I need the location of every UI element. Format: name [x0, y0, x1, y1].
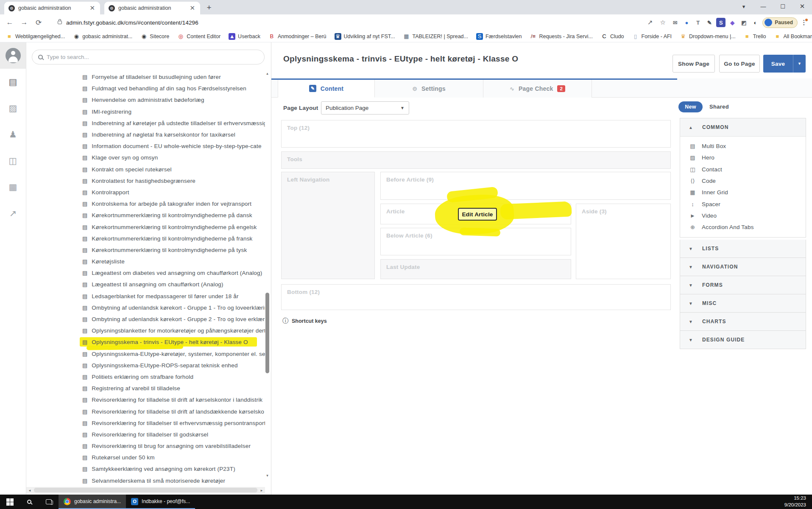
save-label[interactable]: Save [763, 55, 793, 73]
maximize-button[interactable]: ☐ [773, 3, 792, 10]
scrollbar-thumb[interactable] [34, 488, 257, 492]
list-item[interactable]: Kontrolattest for hastighedsbegrænsere [26, 175, 265, 187]
component-item[interactable]: ▨ Hero [680, 152, 806, 163]
bookmark[interactable]: ▦ TABLEIZER! | Spread... [403, 33, 468, 40]
users-icon[interactable]: ♟ [0, 121, 26, 148]
zone-left-navigation[interactable]: Left Navigation [281, 172, 375, 279]
browser-tab-2[interactable]: ◍ gobasic administration ✕ [104, 2, 200, 14]
list-item[interactable]: Politiets erklæring om strafbare forhold [26, 371, 265, 383]
taskbar-search-button[interactable] [20, 495, 39, 509]
back-icon[interactable]: ← [3, 18, 17, 27]
scroll-up-icon[interactable]: ▴ [265, 71, 270, 77]
list-item[interactable]: Revisorerklæring for tilladelse til drif… [26, 394, 265, 406]
bookmark[interactable]: ▯ Forside - AFI [632, 33, 672, 40]
component-item[interactable]: ⟨⟩ Code [680, 175, 806, 187]
tab-page-check[interactable]: ∿ Page Check 2 [483, 80, 592, 98]
extension-icon[interactable]: S [716, 18, 725, 27]
new-toggle-button[interactable]: New [678, 101, 703, 112]
list-item[interactable]: Køretøjsliste [26, 256, 265, 267]
shortcut-keys[interactable]: ⓘ Shortcut keys [282, 317, 327, 325]
zone-tools[interactable]: Tools [281, 151, 671, 169]
bookmark[interactable]: ■ All Bookmarks [774, 33, 812, 40]
scrollbar-thumb[interactable] [265, 293, 269, 373]
bookmark[interactable]: ♛ Dropdown-menu |... [680, 33, 736, 40]
forward-icon[interactable]: → [17, 18, 31, 27]
go-to-page-button[interactable]: Go to Page [719, 55, 760, 73]
tables-icon[interactable]: ▦ [0, 174, 26, 200]
section-header[interactable]: ▼ FORMS [680, 276, 806, 294]
list-item[interactable]: Fuldmagt ved behandling af din sag hos F… [26, 83, 265, 94]
list-item[interactable]: Kørekortnummererklæring til kontrolmyndi… [26, 210, 265, 221]
list-item[interactable]: IMI-registrering [26, 106, 265, 117]
list-item[interactable]: Kørekortnummererklæring til kontrolmyndi… [26, 221, 265, 232]
horizontal-scrollbar[interactable]: ◂ ▸ [26, 487, 265, 493]
share-icon[interactable]: ↗ [645, 19, 655, 26]
zone-last-update[interactable]: Last Update [380, 259, 571, 279]
bookmark[interactable]: ◉ Sitecore [140, 33, 169, 40]
component-item[interactable]: ▤ Multi Box [680, 140, 806, 152]
component-item[interactable]: ► Video [680, 210, 806, 221]
section-header[interactable]: ▼ MISC [680, 294, 806, 313]
lock-icon[interactable] [58, 21, 62, 24]
section-header[interactable]: ▼ DESIGN GUIDE [680, 331, 806, 349]
section-header[interactable]: ▼ NAVIGATION [680, 258, 806, 276]
tab-search-chevron-icon[interactable]: ▾ [734, 3, 753, 10]
task-view-button[interactable] [39, 495, 59, 509]
zone-top[interactable]: Top (12) [281, 120, 671, 148]
tab-content[interactable]: ✎ Content [278, 80, 375, 98]
browser-tab-1[interactable]: ◍ gobasic administration ✕ [4, 2, 100, 14]
taskbar-app-chrome[interactable]: gobasic administra... [59, 495, 126, 509]
search-input[interactable] [47, 54, 258, 60]
scroll-right-icon[interactable]: ▸ [258, 488, 265, 492]
bookmark[interactable]: ♛ Udvikling af nyt FST... [335, 33, 395, 40]
extension-icon[interactable]: ◩ [739, 18, 748, 27]
bookmark[interactable]: B Anmodninger – Berú [268, 33, 326, 40]
extension-icon[interactable]: ◆ [728, 18, 737, 27]
zone-aside[interactable]: Aside (3) [576, 204, 671, 279]
bookmark[interactable]: ◎ Content Editor [177, 33, 220, 40]
list-item[interactable]: Ombytning af udenlandsk kørekort - Grupp… [26, 313, 265, 325]
list-item[interactable]: Kontrolrapport [26, 187, 265, 198]
section-header[interactable]: ▼ CHARTS [680, 313, 806, 331]
search-box[interactable] [32, 50, 265, 64]
list-item[interactable]: Revisorerklæring for tilladelser til god… [26, 429, 265, 440]
show-page-button[interactable]: Show Page [672, 55, 715, 73]
documents-icon[interactable]: ▤ [0, 69, 26, 95]
list-item[interactable]: Oplysningsskema-EUtype-køretøjer, system… [26, 348, 265, 360]
list-item[interactable]: Oplysningsskema - trinvis - EUtype - hel… [26, 336, 265, 348]
taskbar-clock[interactable]: 15:23 9/20/2023 [784, 495, 812, 508]
list-item[interactable]: Oplysningsblanketter for motorkøretøjer … [26, 325, 265, 336]
bookmark[interactable]: ◉ gobasic administrat... [73, 33, 132, 40]
tab-settings[interactable]: ⚙ Settings [375, 80, 483, 98]
common-section-header[interactable]: ▲ COMMON [680, 118, 806, 137]
list-item[interactable]: Fornyelse af tilladelser til busudlejnin… [26, 71, 265, 83]
scroll-left-icon[interactable]: ◂ [26, 488, 33, 492]
list-item[interactable]: Lægeattest til ansøgning om chaufførkort… [26, 279, 265, 290]
media-icon[interactable]: ▨ [0, 95, 26, 121]
zone-bottom[interactable]: Bottom (12) [281, 284, 671, 310]
section-header[interactable]: ▼ LISTS [680, 240, 806, 258]
list-item[interactable]: Henvendelse om administrativt bødeforlæg [26, 94, 265, 106]
component-item[interactable]: ↕ Spacer [680, 198, 806, 210]
list-item[interactable]: Revisorerklæring for tilladelser til erh… [26, 417, 265, 429]
component-item[interactable]: ◫ Contact [680, 164, 806, 175]
list-item[interactable]: Indberetning af nøgletal fra kørselskont… [26, 129, 265, 140]
list-item[interactable]: Selvanmelderskema til små motoriserede k… [26, 475, 265, 486]
extension-icon[interactable]: ✉ [670, 18, 680, 27]
component-item[interactable]: ▦ Inner Grid [680, 187, 806, 198]
contacts-icon[interactable]: ◫ [0, 148, 26, 174]
list-item[interactable]: Revisorerklæring for tilladelse til drif… [26, 406, 265, 417]
bookmark[interactable]: ▲ Userback [229, 33, 260, 40]
reload-icon[interactable]: ⟳ [31, 18, 46, 27]
list-item[interactable]: Revisorerklæring til brug for ansøgning … [26, 440, 265, 452]
list-item[interactable]: Samtykkeerklæring ved ansøgning om kørek… [26, 463, 265, 475]
component-item[interactable]: ⊕ Accordion And Tabs [680, 221, 806, 233]
list-item[interactable]: Rutekørsel under 50 km [26, 452, 265, 463]
close-tab-icon[interactable]: ✕ [89, 4, 96, 12]
list-item[interactable]: Kørekortnummererklæring til kontrolmyndi… [26, 233, 265, 244]
extension-icon[interactable]: ✎ [705, 18, 714, 27]
list-item[interactable]: Ledsagerblanket for medpassagerer til fø… [26, 291, 265, 302]
bookmark[interactable]: S Færdselstavlen [476, 33, 522, 40]
close-window-button[interactable]: ✕ [792, 3, 812, 10]
shared-toggle-button[interactable]: Shared [709, 103, 729, 110]
